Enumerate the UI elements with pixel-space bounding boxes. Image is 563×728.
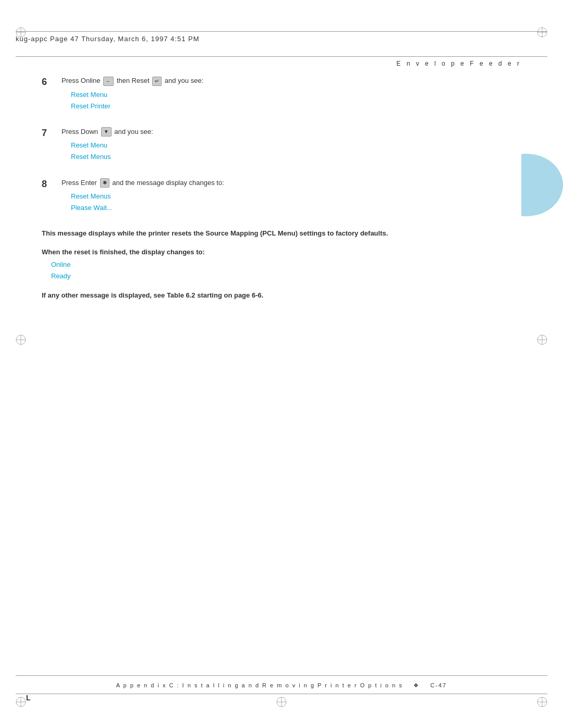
reg-mark-mid-right [536,334,548,346]
info-block-3: If any other message is displayed, see T… [42,290,521,301]
info-block-2: When the reset is finished, the display … [42,247,521,282]
reg-mark-bottom-right [536,696,548,708]
step-7-content: Press Down ▼ and you see: Reset Menu Res… [62,127,521,163]
step-8-text-after: and the message display changes to: [112,179,224,187]
info-2-list-item-2: Ready [51,270,521,282]
step-8: 8 Press Enter ✱ and the message display … [42,178,521,214]
bottom-section-line [16,694,547,694]
info-2-list: Online Ready [42,259,521,282]
step-8-text: Press Enter ✱ and the message display ch… [62,178,521,188]
step-6-content: Press Online ← then Reset ↵ and you see:… [62,76,521,112]
step-7-text-before: Press Down [62,128,98,135]
step-6-btn2: ↵ [152,77,162,86]
step-8-content: Press Enter ✱ and the message display ch… [62,178,521,214]
step-6-text-before: Press Online [62,77,100,84]
info-2-label: When the reset is finished, the display … [42,247,521,257]
footer-diamond: ❖ [413,682,420,688]
main-content: 6 Press Online ← then Reset ↵ and you se… [42,76,521,309]
step-7-list-item-1: Reset Menu [71,140,521,151]
step-number-8: 8 [42,178,57,214]
step-8-list-item-2: Please Wait... [71,202,521,214]
footer-page: C-47 [430,682,447,688]
step-8-list-item-1: Reset Menus [71,191,521,202]
reg-mark-bottom-mid [275,696,288,708]
step-6-list-item-2: Reset Printer [71,101,521,112]
info-1-text: This message displays while the printer … [42,228,521,239]
step-6-text-middle: then Reset [117,77,150,84]
step-8-btn1: ✱ [100,178,109,188]
step-number-6: 6 [42,76,57,112]
step-number-7: 7 [42,127,57,163]
section-header-line [16,56,547,57]
blue-arc-decoration [521,154,563,216]
step-7-text-after: and you see: [114,128,153,135]
step-6-list: Reset Menu Reset Printer [62,89,521,112]
footer-text: A p p e n d i x C : I n s t a l l i n g … [0,682,563,689]
reg-mark-bottom-left [15,696,27,708]
right-header-text: E n v e l o p e F e e d e r [397,60,521,67]
step-6-btn1: ← [103,77,114,86]
step-7-btn1: ▼ [101,127,112,137]
step-7-list-item-2: Reset Menus [71,151,521,163]
header-bar: kug-appc Page 47 Thursday, March 6, 1997… [16,31,547,43]
reg-mark-mid-left [15,334,27,346]
info-2-list-item-1: Online [51,259,521,270]
step-8-text-before: Press Enter [62,179,97,187]
step-7-text: Press Down ▼ and you see: [62,127,521,137]
step-7: 7 Press Down ▼ and you see: Reset Menu R… [42,127,521,163]
info-block-1: This message displays while the printer … [42,228,521,239]
footer-label: A p p e n d i x C : I n s t a l l i n g … [116,682,403,688]
step-6: 6 Press Online ← then Reset ↵ and you se… [42,76,521,112]
footer-line [16,675,547,676]
step-8-list: Reset Menus Please Wait... [62,191,521,214]
step-7-list: Reset Menu Reset Menus [62,140,521,163]
step-6-text: Press Online ← then Reset ↵ and you see: [62,76,521,86]
step-6-list-item-1: Reset Menu [71,89,521,101]
header-title: kug-appc Page 47 Thursday, March 6, 1997… [16,35,199,43]
step-6-text-after: and you see: [165,77,203,84]
info-3-text: If any other message is displayed, see T… [42,290,521,301]
